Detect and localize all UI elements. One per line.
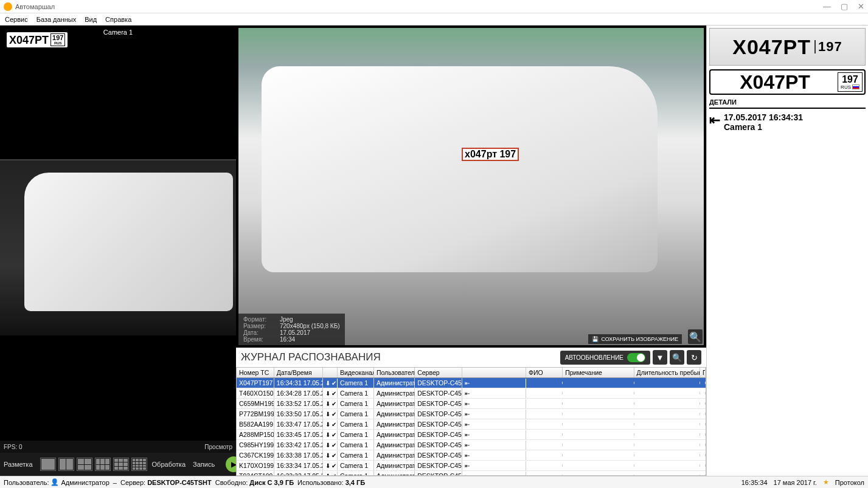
filter-button[interactable]: ▼ [653,350,667,365]
table-row[interactable]: C985HY19916:33:42 17.05.2017⬇ ✔Camera 1А… [237,440,706,450]
layout-1[interactable] [40,458,56,471]
status-date: 17 мая 2017 г. [774,479,817,486]
table-row[interactable]: T934CT19916:33:32 17.05.2017⬇ ✔Camera 1А… [237,471,706,475]
auto-update-toggle[interactable]: АВТООБНОВЛЕНИЕ [560,351,650,365]
layout-2[interactable] [58,458,74,471]
title-bar: Автомаршал — ▢ ✕ [0,0,868,13]
car-image-placeholder [238,28,704,345]
detected-plate-box: x047рт 197 [462,148,519,161]
grid-body[interactable]: X047PT19716:34:31 17.05.2017⬇ ✔Camera 1А… [237,378,706,475]
camera-thumbnail[interactable]: Camera 1 X047PT 197RUS [0,26,236,441]
layout-16[interactable] [131,458,147,471]
playback-toolbar: Разметка Обработка Запись ▶ ■ ● ● [0,453,236,476]
layout-6[interactable] [95,458,111,471]
table-row[interactable]: X047PT19716:34:31 17.05.2017⬇ ✔Camera 1А… [237,378,706,388]
layout-4[interactable] [77,458,92,471]
search-journal-button[interactable]: 🔍 [670,350,684,365]
toggle-switch-icon [627,353,645,362]
processing-label: Обработка [152,461,186,468]
status-time: 16:35:34 [741,479,768,486]
table-row[interactable]: K170XO19916:33:34 17.05.2017⬇ ✔Camera 1А… [237,461,706,471]
status-protocol[interactable]: Протокол [835,479,864,486]
menu-service[interactable]: Сервис [5,16,28,23]
journal-grid: Номер ТС Дата/Время Видеоканал Пользоват… [236,367,706,476]
recognized-plate: X047PT 197 RUS [709,69,866,95]
detail-camera: Camera 1 [724,122,803,132]
refresh-button[interactable]: ↻ [687,350,701,365]
app-icon [4,2,12,11]
close-button[interactable]: ✕ [858,2,864,11]
journal-title: ЖУРНАЛ РАСПОЗНАВАНИЯ [241,351,560,363]
car-placeholder [0,159,236,335]
save-icon: 💾 [592,336,599,342]
table-row[interactable]: T460XO15016:34:28 17.05.2017⬇ ✔Camera 1А… [237,388,706,399]
menu-bar: Сервис База данных Вид Справка [0,13,868,26]
details-panel: X047PT197 X047PT 197 RUS ДЕТАЛИ ⇤ 17.05.… [706,26,868,476]
app-title: Автомаршал [15,3,55,10]
save-image-button[interactable]: 💾 СОХРАНИТЬ ИЗОБРАЖЕНИЕ [588,334,682,344]
record-label: Запись [193,461,215,468]
details-header: ДЕТАЛИ [709,98,866,109]
user-icon: 👤 [50,478,59,486]
table-row[interactable]: B582AA19916:33:47 17.05.2017⬇ ✔Camera 1А… [237,419,706,430]
menu-view[interactable]: Вид [85,16,97,23]
layout-9[interactable] [113,458,129,471]
table-row[interactable]: C659MH19916:33:52 17.05.2017⬇ ✔Camera 1А… [237,399,706,409]
status-bar: Пользователь: 👤 Администратор – Сервер: … [0,476,868,488]
maximize-button[interactable]: ▢ [841,2,848,11]
camera-label: Camera 1 [101,28,135,36]
table-row[interactable]: A288MP15016:33:45 17.05.2017⬇ ✔Camera 1А… [237,430,706,440]
table-row[interactable]: C367CK19916:33:38 17.05.2017⬇ ✔Camera 1А… [237,450,706,461]
layout-label: Разметка [4,461,33,468]
flag-icon [852,84,859,89]
thumbnail-status: FPS: 0 Просмотр [0,441,236,453]
grid-header: Номер ТС Дата/Время Видеоканал Пользоват… [237,368,706,378]
zoom-button[interactable]: 🔍 [688,329,703,344]
menu-database[interactable]: База данных [36,16,77,23]
star-icon: ★ [823,478,829,486]
plate-crop-image: X047PT197 [709,28,866,66]
recognition-journal: ЖУРНАЛ РАСПОЗНАВАНИЯ АВТООБНОВЛЕНИЕ ▼ 🔍 … [236,348,706,476]
image-info-overlay: Формат:Jpeg Размер:720x480px (150,8 КБ) … [238,314,345,345]
direction-icon: ⇤ [709,112,720,128]
table-row[interactable]: P772BM19916:33:50 17.05.2017⬇ ✔Camera 1А… [237,409,706,419]
zoom-icon: 🔍 [689,331,701,343]
camera-thumbnails-panel: Camera 1 X047PT 197RUS FPS: 0 Просмотр Р… [0,26,236,476]
detail-timestamp: 17.05.2017 16:34:31 [724,112,803,122]
main-camera-view[interactable]: Camera 1 x047рт 197 Формат:Jpeg Размер:7… [236,26,706,348]
minimize-button[interactable]: — [823,2,831,11]
menu-help[interactable]: Справка [105,16,131,23]
plate-overlay-mini: X047PT 197RUS [6,32,68,48]
